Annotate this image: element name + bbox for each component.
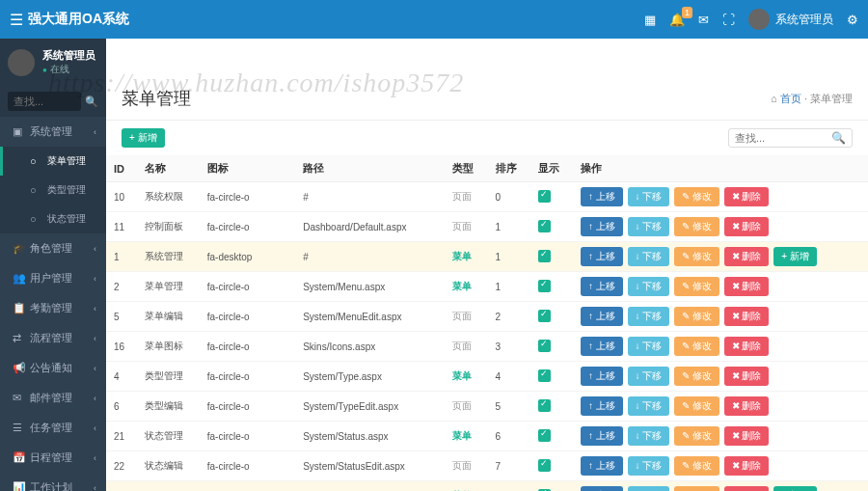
table-row: 16 菜单图标 fa-circle-o Skins/Icons.aspx 页面 …	[106, 332, 868, 362]
cell-sort: 3	[488, 332, 530, 362]
sidebar-item[interactable]: 📊工作计划‹	[0, 473, 106, 491]
move-down-button[interactable]: ↓ 下移	[628, 337, 670, 356]
delete-button[interactable]: ✖ 删除	[724, 456, 770, 476]
expand-icon[interactable]: ⛶	[722, 13, 735, 27]
mail-icon[interactable]: ✉	[698, 13, 709, 27]
add-child-button[interactable]: + 新增	[773, 486, 817, 491]
cell-sort: 4	[488, 362, 530, 392]
sidebar-item[interactable]: ✉邮件管理‹	[0, 383, 106, 413]
add-button[interactable]: + 新增	[122, 128, 165, 148]
move-down-button[interactable]: ↓ 下移	[628, 187, 670, 206]
delete-button[interactable]: ✖ 删除	[724, 396, 770, 416]
move-up-button[interactable]: ↑ 上移	[581, 456, 623, 476]
sidebar-item[interactable]: 🎓角色管理‹	[0, 233, 106, 263]
sidebar-item[interactable]: ☰任务管理‹	[0, 413, 106, 443]
sidebar-item[interactable]: 📅日程管理‹	[0, 443, 106, 473]
sidebar-item[interactable]: 📋考勤管理‹	[0, 293, 106, 323]
check-icon[interactable]	[538, 220, 551, 232]
table-row: 5 菜单编辑 fa-circle-o System/MenuEdit.aspx …	[106, 302, 868, 332]
move-down-button[interactable]: ↓ 下移	[628, 277, 670, 296]
delete-button[interactable]: ✖ 删除	[724, 367, 770, 386]
user-menu[interactable]: 系统管理员	[748, 9, 833, 30]
move-up-button[interactable]: ↑ 上移	[581, 337, 623, 356]
cell-name: 控制面板	[137, 212, 200, 242]
cell-name: 状态编辑	[137, 451, 200, 481]
check-icon[interactable]	[538, 369, 551, 382]
cell-sort: 7	[488, 451, 530, 481]
edit-button[interactable]: ✎ 修改	[674, 217, 719, 236]
move-up-button[interactable]: ↑ 上移	[581, 247, 623, 266]
move-down-button[interactable]: ↓ 下移	[628, 307, 670, 326]
table-search-input[interactable]	[735, 132, 831, 144]
move-down-button[interactable]: ↓ 下移	[628, 486, 670, 491]
bell-icon[interactable]: 🔔1	[669, 13, 685, 27]
search-icon[interactable]: 🔍	[831, 131, 846, 145]
table-row: 6 类型编辑 fa-circle-o System/TypeEdit.aspx …	[106, 392, 868, 422]
gear-icon[interactable]: ⚙	[847, 13, 858, 27]
edit-button[interactable]: ✎ 修改	[674, 247, 719, 266]
move-up-button[interactable]: ↑ 上移	[581, 187, 623, 206]
check-icon[interactable]	[538, 429, 551, 442]
sidebar-item[interactable]: ○类型管理	[0, 176, 106, 205]
menu-label: 公告通知	[30, 361, 72, 375]
delete-button[interactable]: ✖ 删除	[724, 307, 770, 326]
move-up-button[interactable]: ↑ 上移	[581, 307, 623, 326]
edit-button[interactable]: ✎ 修改	[674, 426, 719, 446]
check-icon[interactable]	[538, 459, 551, 472]
move-down-button[interactable]: ↓ 下移	[628, 247, 670, 266]
edit-button[interactable]: ✎ 修改	[674, 486, 719, 491]
move-up-button[interactable]: ↑ 上移	[581, 426, 623, 446]
edit-button[interactable]: ✎ 修改	[674, 277, 719, 296]
menu-table: ID 名称 图标 路径 类型 排序 显示 操作 10 系统权限 fa-circl…	[106, 155, 868, 491]
move-down-button[interactable]: ↓ 下移	[628, 426, 670, 446]
check-icon[interactable]	[538, 399, 551, 412]
delete-button[interactable]: ✖ 删除	[724, 247, 770, 266]
cell-type: 页面	[445, 182, 487, 212]
sidebar-item[interactable]: ○状态管理	[0, 205, 106, 233]
move-down-button[interactable]: ↓ 下移	[628, 456, 670, 476]
check-icon[interactable]	[538, 250, 551, 262]
move-up-button[interactable]: ↑ 上移	[581, 396, 623, 416]
move-up-button[interactable]: ↑ 上移	[581, 486, 623, 491]
move-up-button[interactable]: ↑ 上移	[581, 277, 623, 296]
table-header-row: ID 名称 图标 路径 类型 排序 显示 操作	[106, 155, 868, 182]
edit-button[interactable]: ✎ 修改	[674, 307, 719, 326]
search-icon[interactable]: 🔍	[85, 95, 98, 108]
delete-button[interactable]: ✖ 删除	[724, 277, 770, 296]
sidebar-item[interactable]: 📢公告通知‹	[0, 353, 106, 383]
delete-button[interactable]: ✖ 删除	[724, 426, 770, 446]
check-icon[interactable]	[538, 280, 551, 292]
grid-icon[interactable]: ▦	[644, 13, 656, 27]
add-child-button[interactable]: + 新增	[773, 247, 817, 266]
delete-button[interactable]: ✖ 删除	[724, 337, 770, 356]
delete-button[interactable]: ✖ 删除	[724, 486, 770, 491]
edit-button[interactable]: ✎ 修改	[674, 456, 719, 476]
cell-show	[530, 451, 573, 481]
edit-button[interactable]: ✎ 修改	[674, 367, 719, 386]
menu-toggle-icon[interactable]: ☰	[10, 11, 23, 29]
cell-name: 类型编辑	[137, 392, 200, 422]
move-up-button[interactable]: ↑ 上移	[581, 367, 623, 386]
crumb-home[interactable]: 首页	[780, 93, 801, 104]
move-down-button[interactable]: ↓ 下移	[628, 217, 670, 236]
edit-button[interactable]: ✎ 修改	[674, 187, 719, 206]
check-icon[interactable]	[538, 310, 551, 322]
sidebar-item[interactable]: 👥用户管理‹	[0, 263, 106, 293]
sidebar-item[interactable]: ▣系统管理‹	[0, 117, 106, 147]
move-up-button[interactable]: ↑ 上移	[581, 217, 623, 236]
sidebar-search-input[interactable]	[8, 92, 81, 111]
menu-icon: 🎓	[13, 242, 24, 255]
sidebar-menu: ▣系统管理‹○菜单管理○类型管理○状态管理🎓角色管理‹👥用户管理‹📋考勤管理‹⇄…	[0, 117, 106, 491]
cell-sort: 0	[488, 182, 530, 212]
cell-sort: 1	[488, 272, 530, 302]
delete-button[interactable]: ✖ 删除	[724, 217, 770, 236]
check-icon[interactable]	[538, 340, 551, 352]
sidebar-item[interactable]: ⇄流程管理‹	[0, 323, 106, 353]
edit-button[interactable]: ✎ 修改	[674, 396, 719, 416]
check-icon[interactable]	[538, 190, 551, 203]
sidebar-item[interactable]: ○菜单管理	[0, 147, 106, 176]
move-down-button[interactable]: ↓ 下移	[628, 396, 670, 416]
edit-button[interactable]: ✎ 修改	[674, 337, 719, 356]
delete-button[interactable]: ✖ 删除	[724, 187, 770, 206]
move-down-button[interactable]: ↓ 下移	[628, 367, 670, 386]
